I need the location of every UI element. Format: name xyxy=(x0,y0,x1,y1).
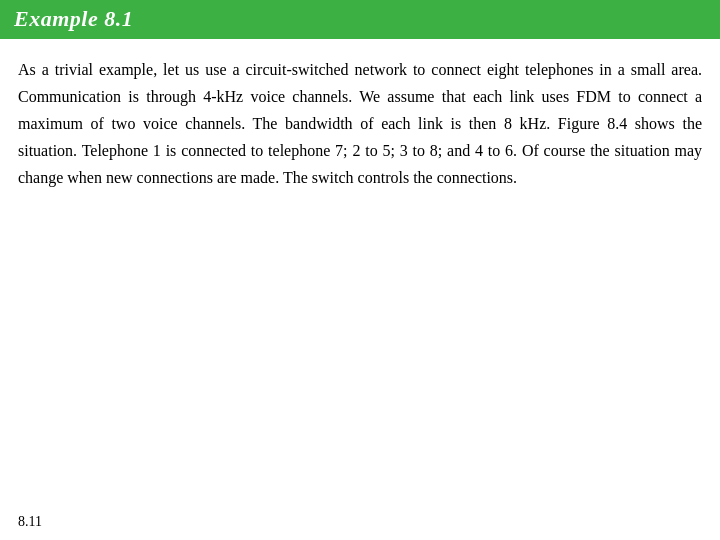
footer: 8.11 xyxy=(18,512,702,530)
content-area: As a trivial example, let us use a circu… xyxy=(0,39,720,540)
page-container: Example 8.1 As a trivial example, let us… xyxy=(0,0,720,540)
main-paragraph: As a trivial example, let us use a circu… xyxy=(18,57,702,191)
page-number: 8.11 xyxy=(18,514,42,537)
title-bar: Example 8.1 xyxy=(0,0,720,39)
section-title: Example 8.1 xyxy=(14,6,133,32)
